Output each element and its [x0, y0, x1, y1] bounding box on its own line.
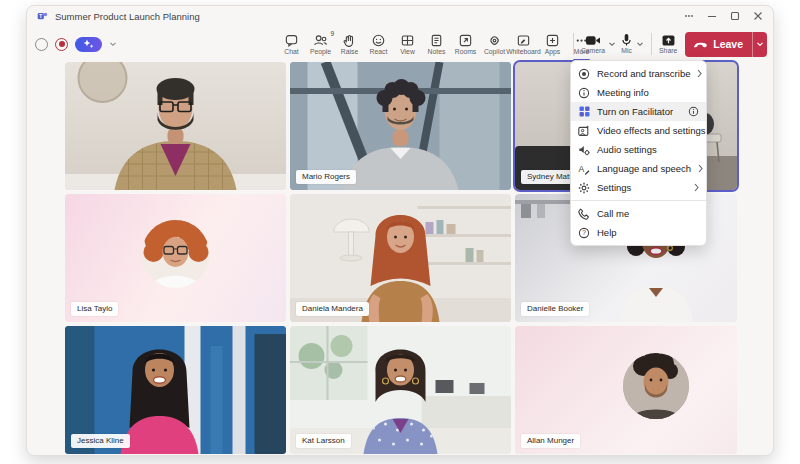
window-title: Summer Product Launch Planning: [55, 11, 200, 22]
people-icon: [313, 33, 328, 48]
titlebar: T Summer Product Launch Planning: [27, 6, 773, 26]
participant-name-label: Lisa Taylo: [71, 302, 118, 316]
settings-icon: [578, 182, 590, 194]
apps-button[interactable]: Apps: [538, 26, 567, 62]
teams-meeting-window: T Summer Product Launch Planning: [26, 5, 774, 456]
svg-text:T: T: [39, 14, 42, 19]
video-tile-kat-larsson[interactable]: Kat Larsson: [290, 326, 511, 454]
call-icon: [578, 208, 590, 220]
menu-item-turn-on-facilitator[interactable]: Turn on Facilitator: [571, 102, 706, 121]
submenu-chevron-icon: [698, 164, 703, 173]
toolbar-divider: [573, 33, 574, 55]
menu-item-settings[interactable]: Settings: [571, 178, 706, 197]
toolbar-divider: [651, 33, 652, 55]
teams-logo-icon: T: [37, 11, 48, 22]
people-count-badge: 9: [330, 30, 334, 37]
meeting-toolbar: Chat 9 People Raise React View: [27, 26, 773, 62]
copilot-icon: [487, 33, 502, 48]
recording-indicator-icon: [55, 38, 68, 51]
minimize-icon[interactable]: [700, 6, 723, 26]
view-button[interactable]: View: [393, 26, 422, 62]
participant-video: [65, 62, 286, 190]
menu-item-audio-settings[interactable]: Audio settings: [571, 140, 706, 159]
video-tile-lisa-taylo[interactable]: Lisa Taylo: [65, 194, 286, 322]
rooms-icon: [458, 33, 473, 48]
mic-options-chevron[interactable]: [636, 40, 644, 48]
close-icon[interactable]: [746, 6, 769, 26]
notes-icon: [429, 33, 444, 48]
facilitator-icon: [578, 106, 590, 118]
help-icon: ?: [578, 227, 590, 239]
participant-name-label: Jessica Kline: [71, 434, 130, 448]
hang-up-icon: [694, 39, 708, 49]
window-more-icon[interactable]: [677, 6, 700, 26]
chat-icon: [284, 33, 299, 48]
video-tile-mario-rogers[interactable]: Mario Rogers: [290, 62, 511, 190]
participant-name-label: Danielle Booker: [521, 302, 589, 316]
people-button[interactable]: 9 People: [306, 26, 335, 62]
share-button[interactable]: Share: [657, 26, 679, 62]
participant-name-label: Daniela Mandera: [296, 302, 369, 316]
raise-hand-button[interactable]: Raise: [335, 26, 364, 62]
svg-text:A: A: [578, 163, 584, 173]
sparkle-icon: [82, 39, 95, 50]
maximize-icon[interactable]: [723, 6, 746, 26]
record-icon: [578, 68, 590, 80]
raise-hand-icon: [342, 33, 357, 48]
meeting-timer-icon[interactable]: [35, 38, 48, 51]
language-icon: A: [578, 163, 590, 175]
video-tile-allan-munger[interactable]: Allan Munger: [515, 326, 737, 454]
facilitator-info-icon[interactable]: [688, 106, 699, 117]
view-icon: [400, 33, 415, 48]
copilot-toolbar-button[interactable]: Copilot: [480, 26, 509, 62]
share-icon: [661, 34, 676, 47]
camera-icon: [585, 34, 601, 47]
audio-settings-icon: [578, 144, 590, 156]
mic-button[interactable]: Mic: [618, 26, 635, 62]
menu-item-help[interactable]: ? Help: [571, 223, 706, 242]
leave-button[interactable]: Leave: [685, 32, 767, 57]
leave-options-chevron[interactable]: [752, 32, 767, 57]
camera-button[interactable]: Camera: [579, 26, 607, 62]
menu-item-call-me[interactable]: Call me: [571, 204, 706, 223]
more-options-menu: Record and transcribe Meeting info Turn …: [570, 60, 707, 246]
react-button[interactable]: React: [364, 26, 393, 62]
camera-options-chevron[interactable]: [608, 40, 616, 48]
react-icon: [371, 33, 386, 48]
submenu-chevron-icon: [694, 183, 699, 192]
participant-name-label: Mario Rogers: [296, 170, 356, 184]
video-tile-jessica-kline[interactable]: Jessica Kline: [65, 326, 286, 454]
copilot-chevron-icon[interactable]: [109, 40, 117, 48]
info-icon: [578, 87, 590, 99]
menu-item-meeting-info[interactable]: Meeting info: [571, 83, 706, 102]
submenu-chevron-icon: [697, 69, 702, 78]
menu-item-record-and-transcribe[interactable]: Record and transcribe: [571, 64, 706, 83]
menu-item-language-and-speech[interactable]: A Language and speech: [571, 159, 706, 178]
chat-button[interactable]: Chat: [277, 26, 306, 62]
participant-name-label: Allan Munger: [521, 434, 580, 448]
rooms-button[interactable]: Rooms: [451, 26, 480, 62]
video-tile-unnamed[interactable]: [65, 62, 286, 190]
screen: T Summer Product Launch Planning: [0, 0, 800, 464]
whiteboard-button[interactable]: Whiteboard: [509, 26, 538, 62]
participant-name-label: Kat Larsson: [296, 434, 351, 448]
copilot-button[interactable]: [75, 37, 102, 52]
video-effects-icon: [578, 125, 590, 137]
menu-divider: [571, 200, 706, 201]
notes-button[interactable]: Notes: [422, 26, 451, 62]
whiteboard-icon: [516, 33, 531, 48]
menu-item-video-effects-and-settings[interactable]: Video effects and settings: [571, 121, 706, 140]
video-tile-daniela-mandera[interactable]: Daniela Mandera: [290, 194, 511, 322]
apps-icon: [545, 33, 560, 48]
svg-text:?: ?: [582, 229, 586, 236]
mic-icon: [620, 33, 633, 47]
